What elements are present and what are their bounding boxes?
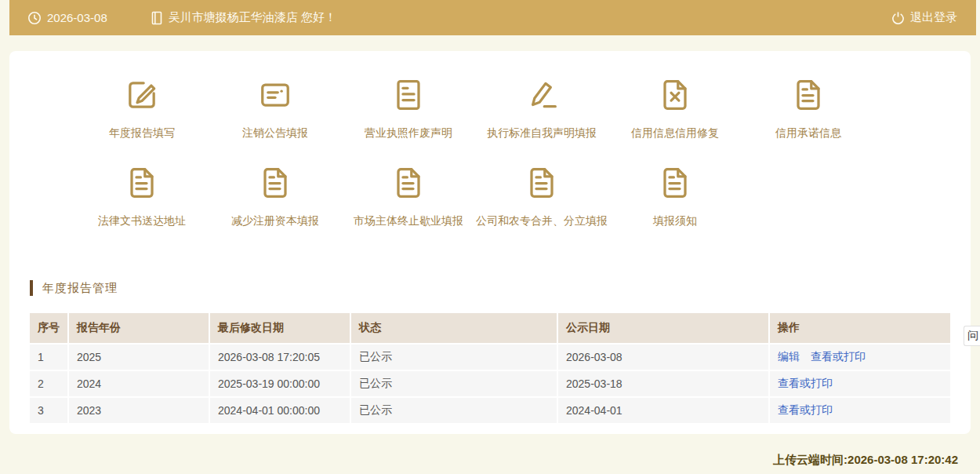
doc-fold-lines-icon [388, 161, 429, 205]
nav-item-label: 执行标准自我声明填报 [487, 126, 597, 140]
table-row: 320232024-04-01 00:00:00已公示2024-04-01查看或… [30, 396, 950, 423]
main-card: 年度报告填写注销公告填报营业执照作废声明执行标准自我声明填报信用信息信用修复信用… [9, 51, 971, 434]
nav-item-label: 公司和农专合并、分立填报 [476, 214, 608, 228]
nav-icon-row: 法律文书送达地址减少注册资本填报市场主体终止歇业填报公司和农专合并、分立填报填报… [75, 161, 950, 228]
cell-actions: 查看或打印 [770, 370, 950, 396]
topbar: 2026-03-08 吴川市塘掇杨正华油漆店 您好！ 退出登录 [9, 0, 976, 35]
floating-survey-tab[interactable]: 问 [964, 326, 980, 346]
view-print-link[interactable]: 查看或打印 [778, 377, 833, 389]
nav-item-注销公告填报[interactable]: 注销公告填报 [209, 73, 342, 140]
organization-icon [151, 11, 163, 25]
doc-fold-lines-icon [788, 73, 829, 117]
nav-item-label: 法律文书送达地址 [98, 214, 186, 228]
pencil-line-icon [521, 73, 562, 117]
card-lines-icon [255, 73, 296, 117]
nav-item-填报须知[interactable]: 填报须知 [608, 161, 742, 228]
doc-fold-lines-icon [122, 161, 162, 205]
nav-item-label: 市场主体终止歇业填报 [354, 214, 463, 228]
section-title-bar [30, 280, 33, 296]
edit-square-icon [122, 73, 162, 117]
doc-fold-lines-icon [655, 161, 695, 205]
topbar-greeting-text: 吴川市塘掇杨正华油漆店 您好！ [169, 10, 336, 25]
cell-status: 已公示 [351, 396, 558, 423]
nav-icon-grid: 年度报告填写注销公告填报营业执照作废声明执行标准自我声明填报信用信息信用修复信用… [30, 73, 950, 228]
nav-item-执行标准自我声明填报[interactable]: 执行标准自我声明填报 [475, 73, 608, 140]
annual-report-table: 序号报告年份最后修改日期状态公示日期操作120252026-03-08 17:2… [30, 313, 950, 423]
nav-item-label: 信用信息信用修复 [631, 126, 719, 140]
nav-item-公司和农专合并、分立填报[interactable]: 公司和农专合并、分立填报 [475, 161, 608, 228]
nav-item-法律文书送达地址[interactable]: 法律文书送达地址 [75, 161, 209, 228]
cell-publish_date: 2026-03-08 [558, 343, 770, 370]
section-title-text: 年度报告管理 [42, 281, 118, 296]
cell-publish_date: 2024-04-01 [558, 396, 770, 423]
doc-fold-lines-icon [255, 161, 296, 205]
column-header: 报告年份 [69, 313, 210, 343]
power-icon [891, 11, 905, 24]
column-header: 序号 [30, 313, 69, 343]
doc-fold-lines-icon [521, 161, 562, 205]
upload-time-text: 上传云端时间:2026-03-08 17:20:42 [773, 453, 958, 468]
clock-icon [27, 11, 42, 25]
nav-item-label: 信用承诺信息 [775, 126, 841, 140]
doc-x-icon [655, 73, 695, 117]
nav-item-年度报告填写[interactable]: 年度报告填写 [75, 73, 209, 140]
edit-link[interactable]: 编辑 [778, 350, 800, 363]
cell-publish_date: 2025-03-18 [558, 370, 770, 396]
cell-year: 2023 [69, 396, 210, 423]
table-row: 120252026-03-08 17:20:05已公示2026-03-08编辑查… [30, 343, 950, 370]
view-print-link[interactable]: 查看或打印 [811, 350, 866, 363]
cell-status: 已公示 [351, 370, 558, 396]
column-header: 公示日期 [558, 313, 770, 343]
nav-item-减少注册资本填报[interactable]: 减少注册资本填报 [209, 161, 342, 228]
logout-button[interactable]: 退出登录 [891, 10, 957, 25]
section-title: 年度报告管理 [30, 280, 950, 296]
logout-label: 退出登录 [910, 10, 957, 25]
cell-actions: 编辑查看或打印 [770, 343, 950, 370]
cell-seq: 2 [30, 370, 69, 396]
table-row: 220242025-03-19 00:00:00已公示2025-03-18查看或… [30, 370, 950, 396]
cell-year: 2024 [69, 370, 210, 396]
nav-item-label: 年度报告填写 [109, 126, 175, 140]
nav-item-市场主体终止歇业填报[interactable]: 市场主体终止歇业填报 [342, 161, 475, 228]
cell-modified: 2024-04-01 00:00:00 [210, 396, 351, 423]
cell-modified: 2025-03-19 00:00:00 [210, 370, 351, 396]
nav-item-label: 填报须知 [653, 214, 697, 228]
nav-item-label: 减少注册资本填报 [231, 214, 319, 228]
cell-seq: 3 [30, 396, 69, 423]
nav-item-label: 营业执照作废声明 [365, 126, 452, 140]
nav-item-信用信息信用修复[interactable]: 信用信息信用修复 [608, 73, 742, 140]
topbar-date: 2026-03-08 [27, 11, 107, 25]
nav-item-营业执照作废声明[interactable]: 营业执照作废声明 [342, 73, 475, 140]
cell-status: 已公示 [351, 343, 558, 370]
nav-icon-row: 年度报告填写注销公告填报营业执照作废声明执行标准自我声明填报信用信息信用修复信用… [75, 73, 950, 140]
view-print-link[interactable]: 查看或打印 [778, 403, 833, 416]
topbar-date-text: 2026-03-08 [47, 11, 107, 24]
cell-seq: 1 [30, 343, 69, 370]
doc-lines-icon [388, 73, 429, 117]
column-header: 操作 [770, 313, 950, 343]
topbar-greeting: 吴川市塘掇杨正华油漆店 您好！ [151, 10, 336, 25]
cell-modified: 2026-03-08 17:20:05 [210, 343, 351, 370]
column-header: 最后修改日期 [210, 313, 351, 343]
cell-year: 2025 [69, 343, 210, 370]
cell-actions: 查看或打印 [770, 396, 950, 423]
nav-item-信用承诺信息[interactable]: 信用承诺信息 [742, 73, 875, 140]
column-header: 状态 [351, 313, 558, 343]
table-header-row: 序号报告年份最后修改日期状态公示日期操作 [30, 313, 950, 343]
nav-item-label: 注销公告填报 [242, 126, 308, 140]
